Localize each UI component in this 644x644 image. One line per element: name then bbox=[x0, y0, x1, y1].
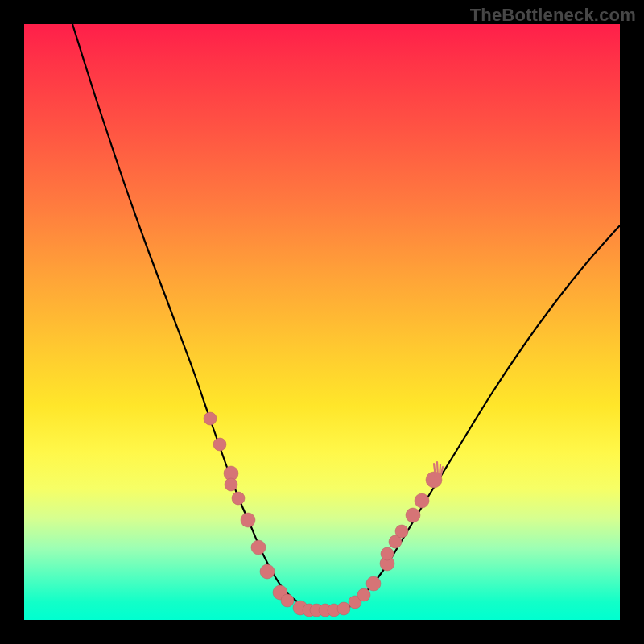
flare-ticks bbox=[434, 462, 443, 478]
highlight-dot bbox=[357, 588, 370, 601]
highlight-dot bbox=[337, 602, 350, 615]
highlight-dot bbox=[213, 438, 226, 451]
bottleneck-curve bbox=[72, 24, 620, 613]
flare-tick bbox=[437, 462, 438, 477]
highlight-dot bbox=[241, 513, 255, 527]
highlight-dot bbox=[232, 492, 245, 505]
highlight-dot bbox=[381, 547, 394, 560]
highlight-dot bbox=[395, 525, 408, 538]
highlight-dot bbox=[415, 493, 429, 508]
highlight-dot bbox=[225, 478, 237, 491]
highlight-dot bbox=[251, 540, 266, 555]
highlight-dot bbox=[260, 564, 275, 579]
highlight-dot bbox=[366, 576, 381, 591]
chart-frame: TheBottleneck.com bbox=[0, 0, 644, 644]
plot-area bbox=[24, 24, 620, 620]
chart-overlay bbox=[24, 24, 620, 620]
highlight-dot bbox=[406, 508, 420, 522]
highlight-dot bbox=[204, 412, 217, 425]
highlight-dot bbox=[281, 594, 294, 607]
highlight-dots bbox=[204, 412, 442, 617]
watermark-text: TheBottleneck.com bbox=[470, 5, 636, 26]
